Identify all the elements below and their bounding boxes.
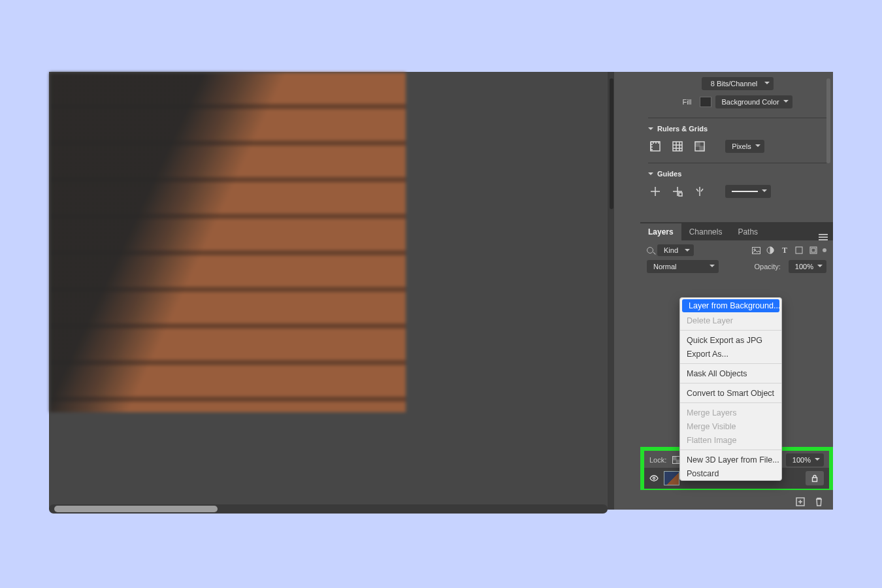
guide-new-icon[interactable] [648, 184, 662, 199]
menu-merge-layers: Merge Layers [680, 406, 781, 419]
tab-channels[interactable]: Channels [681, 223, 730, 240]
lock-label: Lock: [649, 456, 666, 464]
grid-icon[interactable] [670, 139, 685, 154]
svg-rect-0 [673, 142, 682, 151]
filter-shape-icon[interactable] [794, 246, 804, 255]
section-title: Rulers & Grids [657, 125, 708, 133]
search-icon [647, 247, 653, 253]
layer-filter-kind-dropdown[interactable]: Kind [657, 244, 694, 256]
ruler-units-dropdown[interactable]: Pixels [725, 140, 764, 153]
visibility-eye-icon[interactable] [649, 474, 659, 483]
filter-adjust-icon[interactable] [765, 246, 776, 255]
layers-footer-icons [795, 497, 824, 507]
fill-color-swatch[interactable] [700, 97, 711, 107]
menu-separator [680, 363, 781, 364]
ruler-icon[interactable] [648, 139, 662, 154]
menu-layer-from-background[interactable]: Layer from Background... [682, 299, 779, 312]
tab-paths[interactable]: Paths [730, 223, 766, 240]
menu-merge-visible: Merge Visible [680, 419, 781, 433]
h-scroll-thumb[interactable] [54, 506, 218, 512]
menu-separator [680, 449, 781, 450]
section-title: Guides [657, 170, 681, 178]
h-scrollbar[interactable] [49, 504, 608, 514]
svg-rect-18 [813, 478, 817, 482]
menu-postcard[interactable]: Postcard [680, 466, 781, 480]
panel-tabs: Layers Channels Paths [640, 222, 833, 240]
menu-separator [680, 402, 781, 403]
document-image[interactable] [50, 73, 406, 412]
filter-smart-icon[interactable] [808, 246, 819, 255]
layer-context-menu: Layer from Background... Delete Layer Qu… [679, 297, 782, 481]
menu-separator [680, 330, 781, 331]
layer-locked-icon[interactable] [806, 471, 824, 485]
section-guides[interactable]: Guides [648, 170, 826, 178]
menu-delete-layer: Delete Layer [680, 314, 781, 327]
menu-convert-smart-object[interactable]: Convert to Smart Object [680, 386, 781, 400]
blend-mode-dropdown[interactable]: Normal [647, 260, 719, 273]
filter-type-icon[interactable]: T [779, 246, 790, 255]
opacity-label: Opacity: [755, 263, 781, 270]
bit-depth-dropdown[interactable]: 8 Bits/Channel [702, 77, 774, 90]
menu-export-as[interactable]: Export As... [680, 347, 781, 361]
svg-rect-4 [679, 193, 682, 196]
chevron-down-icon [648, 172, 653, 178]
new-layer-icon[interactable] [795, 497, 806, 507]
canvas-area[interactable] [49, 72, 608, 510]
fill-type-dropdown[interactable]: Background Color [715, 95, 792, 108]
fill-label: Fill [682, 98, 691, 106]
section-rulers-grids[interactable]: Rulers & Grids [648, 125, 826, 133]
menu-flatten-image: Flatten Image [680, 433, 781, 447]
filter-image-icon[interactable] [751, 246, 761, 255]
svg-rect-6 [752, 247, 760, 253]
guide-clear-icon[interactable] [693, 184, 707, 199]
guide-lock-icon[interactable] [670, 184, 685, 199]
layer-fill-dropdown[interactable]: 100% [786, 453, 824, 466]
layer-thumbnail[interactable] [664, 471, 679, 485]
menu-quick-export[interactable]: Quick Export as JPG [680, 333, 781, 347]
filter-toggle-icon[interactable] [823, 248, 826, 252]
delete-layer-icon[interactable] [813, 497, 824, 507]
svg-rect-9 [796, 247, 802, 253]
canvas-v-scrollbar[interactable] [610, 78, 613, 209]
svg-rect-3 [700, 146, 704, 151]
menu-new-3d-layer[interactable]: New 3D Layer from File... [680, 453, 781, 466]
guide-style-dropdown[interactable] [725, 185, 771, 198]
tab-layers[interactable]: Layers [640, 223, 681, 240]
menu-mask-all-objects[interactable]: Mask All Objects [680, 367, 781, 380]
svg-rect-11 [811, 248, 815, 252]
svg-rect-13 [673, 457, 677, 461]
transparency-icon[interactable] [693, 139, 707, 154]
opacity-dropdown[interactable]: 100% [789, 260, 826, 273]
svg-rect-2 [695, 142, 700, 146]
menu-separator [680, 383, 781, 384]
panel-menu-icon[interactable] [819, 234, 828, 240]
chevron-down-icon [648, 127, 653, 133]
svg-point-17 [653, 477, 655, 479]
panel-v-scrollbar[interactable] [826, 78, 830, 163]
